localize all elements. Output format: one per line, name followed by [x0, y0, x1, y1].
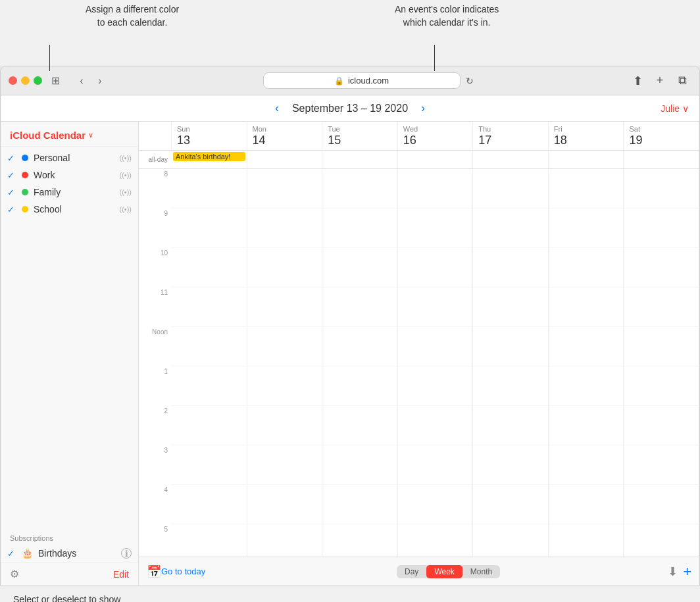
event-weekly-status[interactable]: Weekly Status [549, 205, 624, 241]
event-enriques-guitar[interactable]: Enrique's guitar lesons [624, 445, 699, 488]
annotation-left-text: Assign a different color to each calenda… [86, 4, 179, 28]
event-featured-keynote[interactable]: Featured Keynote by Lindsey Bukhari [323, 373, 397, 422]
day-cell-0-hour-6[interactable] [172, 406, 247, 445]
day-cell-5-hour-0[interactable] [549, 169, 624, 209]
day-cell-2-hour-0[interactable] [322, 169, 398, 209]
event-leadership[interactable]: Leadership skills for architects [248, 284, 322, 327]
day-cell-3-hour-8[interactable] [398, 485, 474, 524]
back-button[interactable]: ‹ [74, 73, 89, 89]
event-taekwondo[interactable]: Taekwondo lesson [474, 422, 548, 459]
event-science-fair[interactable]: Science fair presentations [248, 465, 322, 524]
day-cell-5-hour-9[interactable] [549, 524, 624, 557]
day-cell-0-hour-4[interactable] [172, 327, 247, 366]
day-cell-4-hour-0[interactable] [473, 169, 549, 209]
event-artist-workshop[interactable]: Artist workshop kickoff! [323, 205, 397, 251]
event-pilates-thu[interactable]: Pilates workout [474, 284, 548, 320]
month-view-button[interactable]: Month [463, 565, 500, 578]
annotation-right: An event's color indicates which calenda… [395, 3, 499, 29]
day-cell-3-hour-6[interactable] [398, 406, 474, 445]
birthdays-info-icon[interactable]: ℹ [121, 548, 132, 559]
forward-button[interactable]: › [92, 73, 108, 89]
event-pilates-tue[interactable]: Pilates workout [323, 284, 397, 320]
day-cell-5-hour-2[interactable] [549, 248, 624, 288]
event-tickets[interactable]: Tickets go on sale [399, 284, 473, 320]
cal-name-label: Family [34, 187, 114, 197]
share-button[interactable]: ⬆ [628, 72, 647, 90]
event-future-office[interactable]: The future of the open-plan office [399, 370, 473, 409]
cal-color-dot [22, 172, 28, 178]
minimize-button[interactable] [21, 76, 30, 85]
event-call-aunt[interactable]: Call with Aunt [587, 468, 623, 514]
calendar-icon-button[interactable]: 📅 [147, 564, 161, 579]
sidebar: iCloud Calendar ∨ ✓ Personal ((•)) ✓ Wor… [1, 122, 139, 586]
event-yoga[interactable]: Yoga class [248, 422, 322, 468]
add-event-button[interactable]: + [683, 563, 691, 580]
sidebar-toggle-button[interactable]: ⊞ [47, 73, 63, 89]
check-icon: ✓ [7, 153, 16, 163]
day-view-button[interactable]: Day [397, 565, 426, 578]
day-cell-3-hour-0[interactable] [398, 169, 474, 209]
day-cell-1-hour-5[interactable] [247, 366, 323, 406]
event-game-night[interactable]: Game Night [549, 468, 586, 514]
day-cell-0-hour-1[interactable] [172, 209, 247, 248]
event-portfolio-work-mon[interactable]: Portfolio work session [248, 248, 322, 284]
day-cell-1-hour-0[interactable] [247, 169, 323, 209]
sidebar-item-personal[interactable]: ✓ Personal ((•)) [1, 149, 138, 166]
prev-week-button[interactable]: ‹ [270, 101, 284, 115]
day-cell-6-hour-1[interactable] [624, 209, 699, 248]
day-cell-6-hour-2[interactable] [624, 248, 699, 288]
day-cell-0-hour-9[interactable] [172, 524, 247, 557]
week-view-button[interactable]: Week [426, 565, 462, 578]
sidebar-item-birthdays[interactable]: ✓ 🎂 Birthdays ℹ [1, 545, 138, 562]
wifi-icon: ((•)) [119, 188, 132, 196]
address-bar[interactable]: 🔒 icloud.com [263, 72, 461, 89]
day-cell-2-hour-4[interactable] [322, 327, 398, 366]
url-text: icloud.com [348, 76, 389, 86]
event-book-club[interactable]: Book club [172, 248, 247, 284]
day-cell-0-hour-0[interactable] [172, 169, 247, 209]
day-cell-3-hour-7[interactable] [398, 445, 474, 485]
download-icon-button[interactable]: ⬇ [668, 564, 678, 579]
allday-cell-sat [624, 151, 699, 168]
settings-icon[interactable]: ⚙ [10, 568, 19, 580]
go-to-today-button[interactable]: Go to today [161, 566, 205, 576]
event-portfolio-work-wed[interactable]: Portfolio work session [399, 248, 473, 284]
tabs-button[interactable]: ⧉ [673, 72, 691, 90]
day-cell-4-hour-9[interactable] [473, 524, 549, 557]
event-budget-meeting[interactable]: Budget Meeting [549, 297, 624, 334]
day-cell-0-hour-8[interactable] [172, 485, 247, 524]
day-cell-3-hour-9[interactable] [398, 524, 474, 557]
event-family-picnic[interactable]: Family Picnic [624, 334, 699, 442]
day-cell-1-hour-1[interactable] [247, 209, 323, 248]
day-cell-0-hour-3[interactable] [172, 288, 247, 327]
next-week-button[interactable]: › [416, 101, 430, 115]
day-cell-2-hour-9[interactable] [322, 524, 398, 557]
sidebar-item-family[interactable]: ✓ Family ((•)) [1, 184, 138, 201]
event-facetime-grandma[interactable]: FaceTime with Grandma [399, 205, 473, 241]
day-cell-6-hour-0[interactable] [624, 169, 699, 209]
close-button[interactable] [9, 76, 17, 85]
event-student-council[interactable]: Student Council meeting [474, 327, 548, 366]
event-drop-grandma[interactable]: Drop off Grandma's groceries [474, 465, 548, 501]
day-cell-0-hour-5[interactable] [172, 366, 247, 406]
sidebar-item-school[interactable]: ✓ School ((•)) [1, 201, 138, 218]
user-menu[interactable]: Julie ∨ [661, 103, 689, 114]
event-writing-work[interactable]: Writing work session with Jamil [474, 376, 548, 416]
reload-button[interactable]: ↻ [466, 76, 474, 86]
ankitas-birthday-event[interactable]: Ankita's birthday! [173, 152, 245, 161]
day-cell-2-hour-2[interactable] [322, 248, 398, 288]
event-pickup-coffee[interactable]: Pickup coffee Philz Coffee 3101 24th St,… [474, 205, 548, 255]
day-header-fri: Fri 18 [549, 122, 624, 150]
edit-button[interactable]: Edit [113, 569, 129, 580]
maximize-button[interactable] [34, 76, 42, 85]
event-plant-garden[interactable]: Plant garden [624, 297, 699, 334]
day-cell-1-hour-9[interactable] [247, 524, 323, 557]
day-cell-0-hour-7[interactable] [172, 445, 247, 485]
day-cell-6-hour-8[interactable] [624, 485, 699, 524]
event-taco-night[interactable]: Taco night [323, 468, 397, 505]
event-choir[interactable]: Choir practice [549, 396, 624, 432]
day-cell-1-hour-4[interactable] [247, 327, 323, 366]
sidebar-item-work[interactable]: ✓ Work ((•)) [1, 166, 138, 184]
day-cell-6-hour-9[interactable] [624, 524, 699, 557]
new-tab-button[interactable]: + [651, 72, 669, 90]
